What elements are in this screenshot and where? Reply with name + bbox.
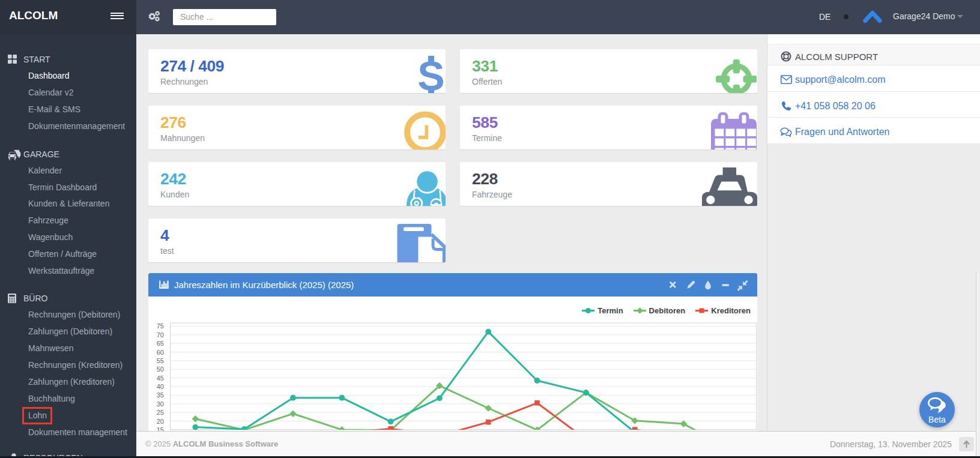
svg-text:75: 75 — [157, 322, 164, 330]
svg-text:60: 60 — [157, 348, 164, 355]
svg-text:65: 65 — [157, 340, 164, 347]
svg-text:20: 20 — [157, 417, 164, 424]
svg-text:55: 55 — [157, 357, 164, 364]
svg-text:70: 70 — [157, 331, 164, 338]
svg-text:30: 30 — [157, 400, 164, 407]
svg-text:40: 40 — [157, 383, 164, 390]
svg-text:45: 45 — [157, 374, 164, 381]
svg-text:50: 50 — [157, 366, 164, 373]
svg-text:S: S — [417, 53, 444, 93]
svg-text:35: 35 — [157, 391, 164, 399]
svg-text:25: 25 — [157, 409, 164, 416]
